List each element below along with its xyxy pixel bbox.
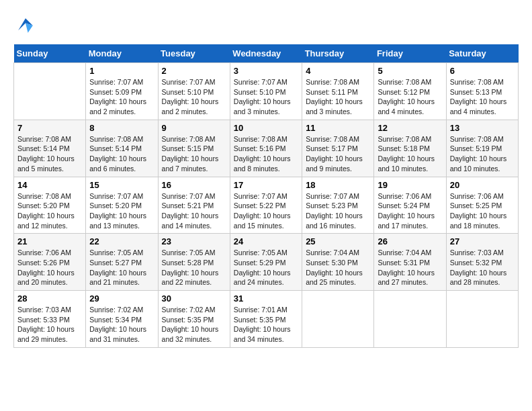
- day-number: 12: [378, 123, 442, 133]
- day-info: Sunrise: 7:05 AM Sunset: 5:29 PM Dayligh…: [234, 248, 298, 287]
- day-number: 8: [89, 123, 154, 133]
- day-info: Sunrise: 7:01 AM Sunset: 5:35 PM Dayligh…: [234, 305, 298, 345]
- day-number: 5: [378, 66, 442, 76]
- calendar-cell: 5Sunrise: 7:08 AM Sunset: 5:12 PM Daylig…: [374, 63, 446, 120]
- day-info: Sunrise: 7:06 AM Sunset: 5:24 PM Dayligh…: [378, 191, 442, 231]
- day-info: Sunrise: 7:08 AM Sunset: 5:19 PM Dayligh…: [450, 134, 515, 174]
- day-info: Sunrise: 7:02 AM Sunset: 5:35 PM Dayligh…: [162, 305, 226, 345]
- day-info: Sunrise: 7:07 AM Sunset: 5:21 PM Dayligh…: [162, 191, 226, 231]
- header-saturday: Saturday: [446, 44, 518, 63]
- day-number: 31: [234, 293, 298, 304]
- day-number: 6: [450, 66, 515, 76]
- calendar-cell: 17Sunrise: 7:07 AM Sunset: 5:22 PM Dayli…: [230, 177, 302, 234]
- day-number: 15: [89, 180, 154, 190]
- day-number: 30: [162, 293, 226, 304]
- day-info: Sunrise: 7:02 AM Sunset: 5:34 PM Dayligh…: [89, 305, 154, 345]
- calendar-cell: 23Sunrise: 7:05 AM Sunset: 5:28 PM Dayli…: [158, 234, 230, 291]
- day-number: 13: [450, 123, 515, 133]
- day-number: 11: [306, 123, 370, 133]
- header-sunday: Sunday: [14, 44, 86, 63]
- day-number: 24: [234, 236, 298, 246]
- day-number: 9: [162, 123, 226, 133]
- day-info: Sunrise: 7:07 AM Sunset: 5:09 PM Dayligh…: [89, 77, 154, 117]
- calendar-cell: 29Sunrise: 7:02 AM Sunset: 5:34 PM Dayli…: [86, 291, 158, 348]
- day-info: Sunrise: 7:08 AM Sunset: 5:20 PM Dayligh…: [17, 191, 82, 231]
- day-number: 4: [306, 66, 370, 76]
- calendar-cell: 22Sunrise: 7:05 AM Sunset: 5:27 PM Dayli…: [86, 234, 158, 291]
- day-info: Sunrise: 7:04 AM Sunset: 5:30 PM Dayligh…: [306, 248, 370, 287]
- calendar-cell: 14Sunrise: 7:08 AM Sunset: 5:20 PM Dayli…: [14, 177, 86, 234]
- day-number: 2: [162, 66, 226, 76]
- calendar-cell: 4Sunrise: 7:08 AM Sunset: 5:11 PM Daylig…: [302, 63, 374, 120]
- day-number: 19: [378, 180, 442, 190]
- calendar-cell: 7Sunrise: 7:08 AM Sunset: 5:14 PM Daylig…: [14, 120, 86, 177]
- header-monday: Monday: [86, 44, 158, 63]
- day-number: 17: [234, 180, 298, 190]
- day-info: Sunrise: 7:08 AM Sunset: 5:12 PM Dayligh…: [378, 77, 442, 117]
- day-info: Sunrise: 7:03 AM Sunset: 5:33 PM Dayligh…: [17, 305, 82, 345]
- day-number: 25: [306, 236, 370, 246]
- page-header: [13, 13, 519, 38]
- day-number: 20: [450, 180, 515, 190]
- calendar-cell: 1Sunrise: 7:07 AM Sunset: 5:09 PM Daylig…: [86, 63, 158, 120]
- day-info: Sunrise: 7:07 AM Sunset: 5:10 PM Dayligh…: [234, 77, 298, 117]
- day-number: 22: [89, 236, 154, 246]
- day-number: 28: [17, 293, 82, 304]
- calendar-cell: 21Sunrise: 7:06 AM Sunset: 5:26 PM Dayli…: [14, 234, 86, 291]
- header-wednesday: Wednesday: [230, 44, 302, 63]
- calendar-cell: 26Sunrise: 7:04 AM Sunset: 5:31 PM Dayli…: [374, 234, 446, 291]
- calendar-cell: 8Sunrise: 7:08 AM Sunset: 5:14 PM Daylig…: [86, 120, 158, 177]
- day-info: Sunrise: 7:03 AM Sunset: 5:32 PM Dayligh…: [450, 248, 515, 287]
- calendar-cell: 10Sunrise: 7:08 AM Sunset: 5:16 PM Dayli…: [230, 120, 302, 177]
- calendar-cell: 16Sunrise: 7:07 AM Sunset: 5:21 PM Dayli…: [158, 177, 230, 234]
- calendar-cell: 31Sunrise: 7:01 AM Sunset: 5:35 PM Dayli…: [230, 291, 302, 348]
- day-info: Sunrise: 7:07 AM Sunset: 5:10 PM Dayligh…: [162, 77, 226, 117]
- header-friday: Friday: [374, 44, 446, 63]
- calendar-cell: 28Sunrise: 7:03 AM Sunset: 5:33 PM Dayli…: [14, 291, 86, 348]
- day-number: 10: [234, 123, 298, 133]
- day-info: Sunrise: 7:07 AM Sunset: 5:20 PM Dayligh…: [89, 191, 154, 231]
- calendar-cell: 13Sunrise: 7:08 AM Sunset: 5:19 PM Dayli…: [446, 120, 518, 177]
- calendar-cell: 20Sunrise: 7:06 AM Sunset: 5:25 PM Dayli…: [446, 177, 518, 234]
- calendar-cell: 3Sunrise: 7:07 AM Sunset: 5:10 PM Daylig…: [230, 63, 302, 120]
- day-info: Sunrise: 7:06 AM Sunset: 5:25 PM Dayligh…: [450, 191, 515, 231]
- day-info: Sunrise: 7:07 AM Sunset: 5:23 PM Dayligh…: [306, 191, 370, 231]
- calendar-cell: 27Sunrise: 7:03 AM Sunset: 5:32 PM Dayli…: [446, 234, 518, 291]
- calendar-week-row: 21Sunrise: 7:06 AM Sunset: 5:26 PM Dayli…: [14, 234, 519, 291]
- calendar-cell: 12Sunrise: 7:08 AM Sunset: 5:18 PM Dayli…: [374, 120, 446, 177]
- day-info: Sunrise: 7:05 AM Sunset: 5:28 PM Dayligh…: [162, 248, 226, 287]
- calendar-cell: 15Sunrise: 7:07 AM Sunset: 5:20 PM Dayli…: [86, 177, 158, 234]
- calendar-cell: 6Sunrise: 7:08 AM Sunset: 5:13 PM Daylig…: [446, 63, 518, 120]
- calendar-cell: [14, 63, 86, 120]
- calendar-week-row: 28Sunrise: 7:03 AM Sunset: 5:33 PM Dayli…: [14, 291, 519, 348]
- day-info: Sunrise: 7:06 AM Sunset: 5:26 PM Dayligh…: [17, 248, 82, 287]
- header-thursday: Thursday: [302, 44, 374, 63]
- day-number: 1: [89, 66, 154, 76]
- day-number: 21: [17, 236, 82, 246]
- logo-icon: [13, 13, 38, 38]
- day-number: 14: [17, 180, 82, 190]
- day-number: 18: [306, 180, 370, 190]
- calendar-week-row: 1Sunrise: 7:07 AM Sunset: 5:09 PM Daylig…: [14, 63, 519, 120]
- day-info: Sunrise: 7:08 AM Sunset: 5:18 PM Dayligh…: [378, 134, 442, 174]
- calendar-week-row: 7Sunrise: 7:08 AM Sunset: 5:14 PM Daylig…: [14, 120, 519, 177]
- day-info: Sunrise: 7:05 AM Sunset: 5:27 PM Dayligh…: [89, 248, 154, 287]
- calendar-cell: [374, 291, 446, 348]
- day-info: Sunrise: 7:08 AM Sunset: 5:14 PM Dayligh…: [17, 134, 82, 174]
- header-tuesday: Tuesday: [158, 44, 230, 63]
- calendar-cell: 11Sunrise: 7:08 AM Sunset: 5:17 PM Dayli…: [302, 120, 374, 177]
- day-info: Sunrise: 7:04 AM Sunset: 5:31 PM Dayligh…: [378, 248, 442, 287]
- day-info: Sunrise: 7:08 AM Sunset: 5:15 PM Dayligh…: [162, 134, 226, 174]
- day-number: 16: [162, 180, 226, 190]
- calendar-cell: 9Sunrise: 7:08 AM Sunset: 5:15 PM Daylig…: [158, 120, 230, 177]
- day-info: Sunrise: 7:08 AM Sunset: 5:11 PM Dayligh…: [306, 77, 370, 117]
- calendar-week-row: 14Sunrise: 7:08 AM Sunset: 5:20 PM Dayli…: [14, 177, 519, 234]
- day-number: 23: [162, 236, 226, 246]
- calendar-cell: 30Sunrise: 7:02 AM Sunset: 5:35 PM Dayli…: [158, 291, 230, 348]
- day-info: Sunrise: 7:08 AM Sunset: 5:17 PM Dayligh…: [306, 134, 370, 174]
- day-number: 27: [450, 236, 515, 246]
- calendar-cell: 19Sunrise: 7:06 AM Sunset: 5:24 PM Dayli…: [374, 177, 446, 234]
- calendar-cell: 24Sunrise: 7:05 AM Sunset: 5:29 PM Dayli…: [230, 234, 302, 291]
- calendar-header-row: SundayMondayTuesdayWednesdayThursdayFrid…: [14, 44, 519, 63]
- calendar-cell: 2Sunrise: 7:07 AM Sunset: 5:10 PM Daylig…: [158, 63, 230, 120]
